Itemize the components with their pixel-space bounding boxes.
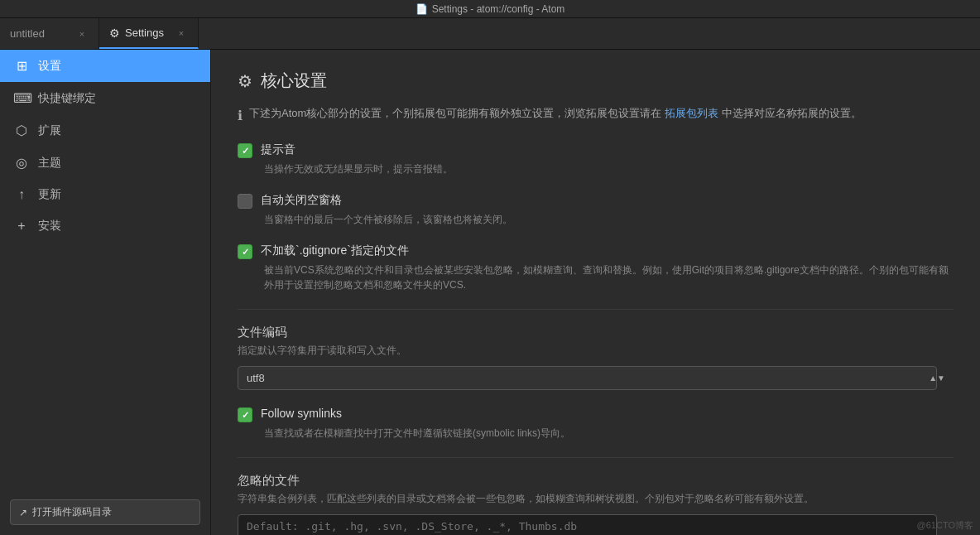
sidebar-settings-label: 设置: [38, 59, 61, 74]
auto-close-desc: 当窗格中的最后一个文件被移除后，该窗格也将被关闭。: [264, 212, 954, 227]
sidebar-install-label: 安装: [38, 219, 61, 234]
open-plugin-icon: ↗: [19, 507, 27, 518]
sidebar-extensions-label: 扩展: [38, 123, 61, 138]
watermark: @61CTO博客: [917, 519, 973, 532]
section-gear-icon: ⚙: [238, 71, 252, 91]
info-icon: ℹ: [238, 106, 243, 126]
tab-settings[interactable]: ⚙ Settings ×: [99, 18, 199, 49]
beep-desc: 当操作无效或无结果显示时，提示音报错。: [264, 161, 954, 176]
ignored-files-title: 忽略的文件: [238, 473, 954, 489]
setting-beep: ✓ 提示音 当操作无效或无结果显示时，提示音报错。: [238, 142, 954, 176]
checkbox-gitignore[interactable]: ✓: [238, 244, 252, 259]
tab-untitled-label: untitled: [10, 27, 45, 40]
checkbox-follow-symlinks[interactable]: ✓: [238, 407, 252, 422]
setting-follow-symlinks: ✓ Follow symlinks 当查找或者在模糊查找中打开文件时遵循软链接(…: [238, 407, 954, 441]
tab-untitled[interactable]: untitled ×: [0, 18, 99, 49]
setting-gitignore: ✓ 不加载`.gitignore`指定的文件 被当前VCS系统忽略的文件和目录也…: [238, 243, 954, 292]
settings-tab-icon: ⚙: [109, 27, 120, 40]
title-bar: 📄 Settings - atom://config - Atom: [0, 0, 980, 18]
updates-icon: ↑: [13, 187, 30, 202]
info-text: 下述为Atom核心部分的设置，个别拓展包可能拥有额外独立设置，浏览拓展包设置请在…: [249, 105, 862, 122]
settings-icon: ⊞: [13, 58, 30, 74]
gitignore-desc: 被当前VCS系统忽略的文件和目录也会被某些安装包忽略，如模糊查询、查询和替换。例…: [264, 263, 954, 292]
beep-label: 提示音: [261, 142, 295, 157]
follow-symlinks-desc: 当查找或者在模糊查找中打开文件时遵循软链接(symbolic links)导向。: [264, 426, 954, 441]
setting-ignored-files: 忽略的文件 字符串集合例列表，匹配这些列表的目录或文档将会被一些包忽略，如模糊查…: [238, 473, 954, 535]
sidebar-themes-label: 主题: [38, 156, 61, 171]
info-box: ℹ 下述为Atom核心部分的设置，个别拓展包可能拥有额外独立设置，浏览拓展包设置…: [238, 105, 954, 126]
open-plugin-label: 打开插件源码目录: [32, 505, 112, 519]
content-area: ⚙ 核心设置 ℹ 下述为Atom核心部分的设置，个别拓展包可能拥有额外独立设置，…: [211, 50, 980, 535]
extensions-icon: ⬡: [13, 123, 30, 138]
ignored-files-input[interactable]: [238, 514, 937, 535]
file-encoding-select-wrap: utf8 utf-16le utf-16be ascii latin1 ▲▼: [238, 366, 954, 390]
sidebar-item-extensions[interactable]: ⬡ 扩展: [0, 114, 210, 147]
checkbox-auto-close[interactable]: [238, 194, 252, 209]
tab-bar: untitled × ⚙ Settings ×: [0, 18, 980, 50]
follow-symlinks-label: Follow symlinks: [261, 407, 342, 420]
file-encoding-title: 文件编码: [238, 325, 954, 340]
divider-encoding: [238, 309, 954, 310]
divider-ignored: [238, 457, 954, 458]
open-plugin-source-button[interactable]: ↗ 打开插件源码目录: [10, 499, 200, 525]
sidebar: ⊞ 设置 ⌨ 快捷键绑定 ⬡ 扩展 ◎ 主题 ↑ 更新 + 安装 ↗ 打开插件源…: [0, 50, 211, 535]
install-icon: +: [13, 219, 30, 234]
sidebar-item-updates[interactable]: ↑ 更新: [0, 179, 210, 210]
sidebar-item-themes[interactable]: ◎ 主题: [0, 147, 210, 179]
sidebar-keybindings-label: 快捷键绑定: [38, 91, 96, 106]
window-title: Settings - atom://config - Atom: [432, 3, 565, 15]
sidebar-item-keybindings[interactable]: ⌨ 快捷键绑定: [0, 82, 210, 114]
file-encoding-select[interactable]: utf8 utf-16le utf-16be ascii latin1: [238, 366, 937, 390]
tab-settings-close[interactable]: ×: [175, 27, 188, 40]
sidebar-item-install[interactable]: + 安装: [0, 210, 210, 242]
keybindings-icon: ⌨: [13, 90, 30, 106]
ignored-files-desc: 字符串集合例列表，匹配这些列表的目录或文档将会被一些包忽略，如模糊查询和树状视图…: [238, 492, 954, 506]
checkbox-beep[interactable]: ✓: [238, 143, 252, 158]
file-icon: 📄: [416, 3, 428, 15]
sidebar-item-settings[interactable]: ⊞ 设置: [0, 50, 210, 82]
sidebar-updates-label: 更新: [38, 187, 61, 202]
setting-auto-close: 自动关闭空窗格 当窗格中的最后一个文件被移除后，该窗格也将被关闭。: [238, 193, 954, 227]
tab-untitled-close[interactable]: ×: [75, 27, 89, 41]
section-header: ⚙ 核心设置: [238, 70, 954, 92]
setting-file-encoding: 文件编码 指定默认字符集用于读取和写入文件。 utf8 utf-16le utf…: [238, 325, 954, 390]
gitignore-label: 不加载`.gitignore`指定的文件: [261, 243, 409, 258]
main-layout: ⊞ 设置 ⌨ 快捷键绑定 ⬡ 扩展 ◎ 主题 ↑ 更新 + 安装 ↗ 打开插件源…: [0, 50, 980, 535]
themes-icon: ◎: [13, 155, 30, 171]
tab-settings-label: Settings: [125, 27, 164, 39]
auto-close-label: 自动关闭空窗格: [261, 193, 342, 208]
section-title: 核心设置: [261, 70, 327, 92]
extensions-list-link[interactable]: 拓展包列表: [665, 107, 718, 119]
file-encoding-desc: 指定默认字符集用于读取和写入文件。: [238, 344, 954, 358]
